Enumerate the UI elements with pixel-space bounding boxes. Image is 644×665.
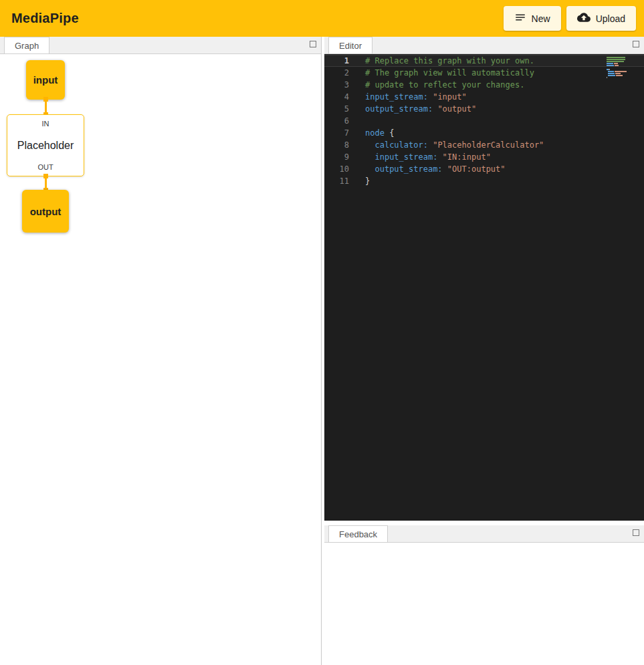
upload-button[interactable]: Upload bbox=[566, 6, 636, 31]
line-content: # update to reflect your changes. bbox=[365, 79, 524, 91]
line-content: calculator: "PlaceholderCalculator" bbox=[365, 139, 544, 151]
tab-feedback-label: Feedback bbox=[339, 529, 377, 539]
tab-graph-label: Graph bbox=[15, 41, 39, 51]
tab-feedback[interactable]: Feedback bbox=[328, 525, 388, 542]
line-number: 10 bbox=[324, 163, 349, 175]
main-layout: Graph input IN Placeholder OUT output bbox=[0, 37, 644, 665]
graph-panel: Graph input IN Placeholder OUT output bbox=[0, 37, 322, 665]
code-lines[interactable]: 1# Replace this graph with your own.2# T… bbox=[324, 55, 644, 187]
code-line[interactable]: 4input_stream: "input" bbox=[324, 91, 644, 103]
line-content: # Replace this graph with your own. bbox=[365, 55, 534, 67]
code-line[interactable]: 11} bbox=[324, 175, 644, 187]
line-number: 8 bbox=[324, 139, 349, 151]
code-line[interactable]: 9 input_stream: "IN:input" bbox=[324, 151, 644, 163]
code-line[interactable]: 3# update to reflect your changes. bbox=[324, 79, 644, 91]
graph-node-input-label: input bbox=[33, 74, 58, 86]
line-content: output_stream: "output" bbox=[365, 103, 476, 115]
graph-maximize-icon[interactable] bbox=[310, 41, 316, 47]
feedback-panel-header: Feedback bbox=[324, 525, 644, 543]
line-number: 11 bbox=[324, 175, 349, 187]
feedback-maximize-icon[interactable] bbox=[633, 529, 639, 536]
graph-node-placeholder[interactable]: IN Placeholder OUT bbox=[7, 114, 84, 176]
line-number: 1 bbox=[324, 55, 349, 67]
line-number: 9 bbox=[324, 151, 349, 163]
code-line[interactable]: 2# The graph view will automatically bbox=[324, 67, 644, 79]
code-line[interactable]: 5output_stream: "output" bbox=[324, 103, 644, 115]
line-content: node { bbox=[365, 127, 394, 139]
line-number: 6 bbox=[324, 115, 349, 127]
line-number: 3 bbox=[324, 79, 349, 91]
header-buttons: New Upload bbox=[504, 6, 636, 31]
tab-editor-label: Editor bbox=[339, 41, 362, 51]
tab-graph[interactable]: Graph bbox=[4, 37, 49, 53]
editor-panel: Editor 1# Replace this graph with your o… bbox=[324, 37, 644, 521]
code-line[interactable]: 7node { bbox=[324, 127, 644, 139]
line-content: output_stream: "OUT:output" bbox=[365, 163, 506, 175]
app-title: MediaPipe bbox=[11, 11, 79, 26]
line-number: 5 bbox=[324, 103, 349, 115]
new-button[interactable]: New bbox=[504, 6, 561, 31]
code-line[interactable]: 10 output_stream: "OUT:output" bbox=[324, 163, 644, 175]
tab-editor[interactable]: Editor bbox=[328, 37, 372, 53]
graph-node-input[interactable]: input bbox=[26, 60, 65, 100]
graph-node-output[interactable]: output bbox=[22, 190, 69, 233]
editor-feedback-gap bbox=[324, 521, 644, 525]
feedback-content bbox=[324, 543, 644, 665]
code-line[interactable]: 8 calculator: "PlaceholderCalculator" bbox=[324, 139, 644, 151]
menu-lines-icon bbox=[514, 11, 526, 25]
placeholder-out-port-label: OUT bbox=[37, 163, 53, 171]
editor-maximize-icon[interactable] bbox=[633, 41, 639, 47]
editor-code[interactable]: 1# Replace this graph with your own.2# T… bbox=[324, 54, 644, 521]
graph-node-output-label: output bbox=[30, 206, 62, 217]
app-header: MediaPipe New Upload bbox=[0, 0, 644, 37]
code-line[interactable]: 1# Replace this graph with your own. bbox=[324, 55, 644, 67]
placeholder-node-label: Placeholder bbox=[17, 140, 74, 152]
right-column: Editor 1# Replace this graph with your o… bbox=[324, 37, 644, 665]
code-line[interactable]: 6 bbox=[324, 115, 644, 127]
graph-panel-header: Graph bbox=[0, 37, 321, 54]
line-number: 7 bbox=[324, 127, 349, 139]
cloud-upload-icon bbox=[577, 11, 591, 26]
placeholder-in-port-label: IN bbox=[42, 120, 49, 128]
line-number: 2 bbox=[324, 67, 349, 79]
new-button-label: New bbox=[532, 13, 550, 24]
line-content: # The graph view will automatically bbox=[365, 67, 534, 79]
editor-panel-header: Editor bbox=[324, 37, 644, 54]
line-content: input_stream: "IN:input" bbox=[365, 151, 491, 163]
upload-button-label: Upload bbox=[596, 13, 625, 24]
feedback-panel: Feedback bbox=[324, 525, 644, 665]
graph-canvas[interactable]: input IN Placeholder OUT output bbox=[0, 54, 321, 665]
line-content: } bbox=[365, 175, 370, 187]
line-number: 4 bbox=[324, 91, 349, 103]
line-content: input_stream: "input" bbox=[365, 91, 467, 103]
editor-minimap[interactable] bbox=[607, 57, 631, 79]
